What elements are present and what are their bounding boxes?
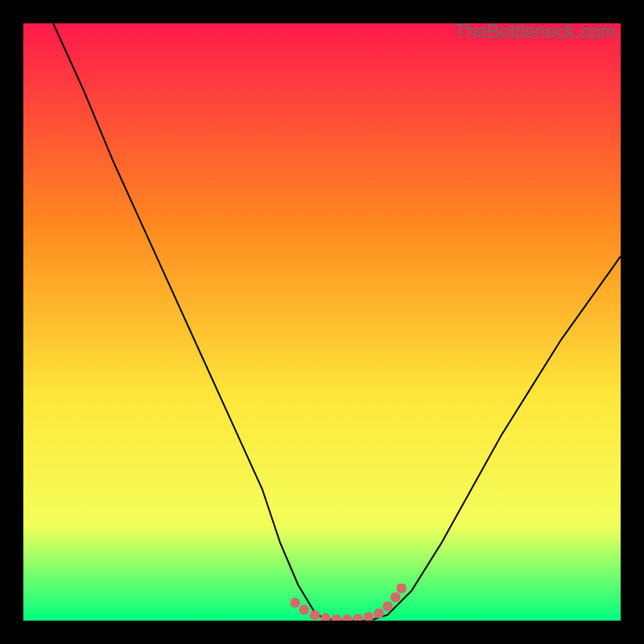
chart-frame: TheBottleneck.com [10,10,634,634]
curve-marker [390,592,400,602]
curve-marker [364,613,374,621]
curve-marker [383,601,393,611]
curve-marker [397,584,407,593]
bottleneck-chart [23,23,621,621]
curve-marker [291,598,300,608]
curve-marker [353,614,363,621]
plot-area: TheBottleneck.com [23,23,621,621]
gradient-background [23,23,621,621]
curve-marker [321,613,331,621]
curve-marker [310,610,320,620]
watermark-text: TheBottleneck.com [455,21,616,43]
curve-marker [299,605,309,615]
curve-marker [374,609,384,618]
